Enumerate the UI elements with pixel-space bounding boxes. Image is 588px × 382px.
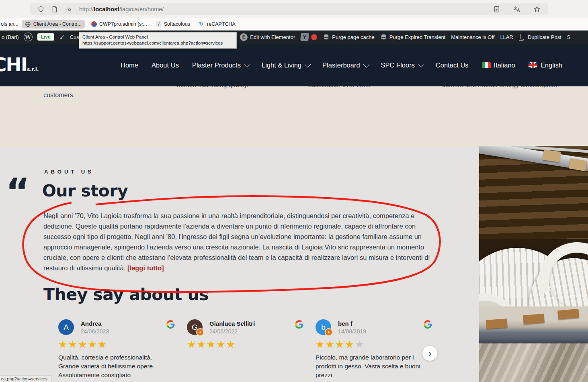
review-date: 24/08/2023 — [81, 328, 166, 335]
story-paragraph: Negli anni ’70, Vito Lagioia trasforma l… — [43, 210, 432, 273]
maintenance-status[interactable]: Maintenance is Off — [451, 34, 494, 40]
review-card: b★ ben f 14/08/2019 ★★★★★ Piccolo, ma gr… — [316, 319, 432, 380]
bookmark-star-icon[interactable] — [533, 6, 541, 13]
chevron-right-icon: › — [428, 348, 432, 359]
reader-mode-icon[interactable] — [493, 6, 500, 13]
quote-mark: “ — [6, 184, 30, 200]
reviewer-name: ben f — [338, 320, 424, 327]
customizer-brush-icon[interactable] — [59, 34, 65, 40]
url-bar[interactable]: http://localhost/lagioia/en/home/ — [30, 3, 548, 15]
text-fragment-customers: customers. — [43, 92, 75, 99]
local-guide-badge-icon: ★ — [325, 328, 333, 336]
nav-item-home[interactable]: Home — [121, 61, 138, 69]
chevron-down-icon — [244, 61, 250, 67]
adminbar-right-fragment[interactable]: S — [567, 34, 571, 40]
avatar: A — [58, 319, 74, 335]
review-card: A Andrea 24/08/2023 ★★★★★ Qualità, corte… — [58, 319, 175, 380]
bookmark-item-softaculous[interactable]: / Softacolous — [153, 20, 193, 28]
chevron-down-icon — [305, 61, 311, 67]
bookmark-item-tools[interactable]: ols an... — [0, 20, 22, 28]
avatar: G★ — [187, 319, 203, 335]
bookmark-item-cwp[interactable]: CWP7pro.admin [sr... — [88, 20, 150, 28]
tooltip-url: https://support.centos-webpanel.com/clie… — [82, 40, 233, 46]
nav-item-plaster-products[interactable]: Plaster Products — [192, 61, 248, 69]
lang-switch-italiano[interactable]: Italiano — [482, 61, 515, 69]
local-guide-badge-icon: ★ — [196, 328, 204, 336]
browser-toolbar: http://localhost/lagioia/en/home/ — [0, 0, 588, 18]
recaptcha-icon: ↻ — [199, 21, 205, 27]
elementor-icon: E — [240, 33, 248, 41]
nav-item-plasterboard[interactable]: Plasterboard — [322, 61, 368, 69]
translate-icon[interactable] — [513, 6, 520, 13]
duplicate-icon — [519, 34, 525, 40]
main-nav: Home About Us Plaster Products Light & L… — [121, 44, 562, 86]
google-logo-icon[interactable] — [424, 320, 432, 329]
shield-icon[interactable] — [37, 6, 45, 13]
llar-menu[interactable]: LLAR — [500, 34, 513, 40]
edit-with-elementor-button[interactable]: E Edit with Elementor — [240, 33, 295, 41]
yoast-seo-button[interactable]: Y — [301, 33, 317, 41]
globe-icon — [25, 21, 31, 27]
workshop-photo — [479, 146, 588, 382]
nav-item-contact-us[interactable]: Contact Us — [436, 61, 469, 69]
purge-expired-transient-button[interactable]: Purge Expired Transient — [380, 34, 445, 41]
bookmarks-bar: ols an... Client Area - Contro... CWP7pr… — [0, 18, 588, 31]
bookmark-item-recaptcha[interactable]: ↻ reCAPTCHA — [196, 20, 239, 28]
notification-dot — [311, 34, 317, 40]
review-card: G★ Gianluca Sellitri 24/06/2022 ★★★★★ — [187, 319, 303, 353]
uk-flag-icon — [529, 62, 537, 68]
google-logo-icon[interactable] — [166, 320, 175, 329]
review-text: Qualità, cortesia e professionalità. Gra… — [58, 353, 166, 380]
nav-item-about-us[interactable]: About Us — [152, 61, 179, 69]
bookmark-tooltip: Client Area - Control Web Panel https://… — [79, 32, 237, 49]
star-rating: ★★★★★ — [58, 339, 175, 349]
site-header: CHIs.r.l. Home About Us Plaster Products… — [0, 44, 588, 86]
star-rating: ★★★★★ — [316, 339, 432, 349]
yoast-icon: Y — [300, 33, 309, 41]
review-date: 24/06/2022 — [209, 328, 295, 335]
google-logo-icon[interactable] — [295, 320, 303, 329]
review-text: Piccolo, ma grande laboratorio per i pro… — [316, 353, 423, 380]
avatar: b★ — [316, 319, 331, 335]
carousel-next-button[interactable]: › — [422, 346, 437, 361]
page-icon[interactable] — [51, 6, 58, 13]
site-logo[interactable]: CHIs.r.l. — [0, 53, 39, 76]
chevron-down-icon — [418, 61, 424, 67]
reviews-heading: They say about us — [43, 285, 209, 304]
reviewer-name: Andrea — [81, 320, 166, 327]
italy-flag-icon — [482, 62, 491, 68]
star-rating: ★★★★★ — [187, 339, 303, 349]
permissions-icon[interactable] — [65, 6, 72, 13]
link-preview-statusbar: ea.php?action=services — [0, 375, 51, 382]
wordpress-icon[interactable]: W — [24, 33, 33, 41]
database-icon — [380, 34, 387, 41]
softaculous-icon: / — [156, 21, 162, 27]
review-date: 14/08/2019 — [338, 328, 424, 335]
cwp-icon — [91, 21, 97, 27]
live-badge[interactable]: Live — [37, 33, 54, 41]
photo-plaster-panels — [479, 343, 588, 382]
browser-window: http://localhost/lagioia/en/home/ ols an… — [0, 0, 588, 382]
clipped-section-above: customers. without sacrificing quality. … — [0, 86, 588, 146]
tooltip-title: Client Area - Control Web Panel — [82, 34, 233, 40]
url-text[interactable]: http://localhost/lagioia/en/home/ — [79, 6, 490, 12]
read-more-link[interactable]: [leggi tutto] — [127, 264, 164, 272]
chevron-down-icon — [363, 61, 369, 67]
nav-item-spc-floors[interactable]: SPC Floors — [381, 61, 422, 69]
nav-item-light-living[interactable]: Light & Living — [262, 61, 309, 69]
duplicate-post-button[interactable]: Duplicate Post — [519, 34, 561, 40]
section-eyebrow: ABOUT US — [44, 169, 94, 175]
reviewer-name: Gianluca Sellitri — [209, 320, 295, 327]
site-name-fragment[interactable]: o (Bari) — [2, 34, 19, 40]
our-story-title: Our story — [42, 181, 128, 200]
bookmark-item-client-area[interactable]: Client Area - Contro... — [22, 20, 85, 29]
database-icon — [323, 34, 330, 41]
purge-page-cache-button[interactable]: Purge page cache — [323, 34, 375, 41]
lang-switch-english[interactable]: English — [529, 61, 562, 69]
